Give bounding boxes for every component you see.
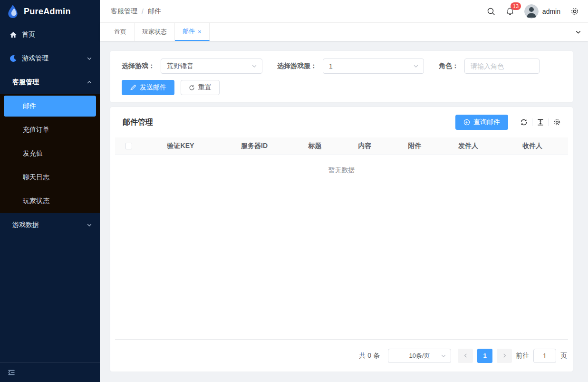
game-select[interactable]: 荒野锤音: [161, 59, 262, 74]
empty-state-text: 暂无数据: [115, 155, 568, 186]
sidebar-item-player-status[interactable]: 玩家状态: [0, 189, 100, 213]
mail-table-card: 邮件管理 查询邮件: [110, 107, 573, 372]
send-mail-button-label: 发送邮件: [140, 83, 166, 92]
page-size-select[interactable]: 10条/页: [388, 349, 451, 363]
sidebar-item-customer-service[interactable]: 客服管理: [0, 70, 100, 94]
page-content: 选择游戏： 荒野锤音 选择游戏服： 1: [100, 41, 588, 382]
role-input[interactable]: [464, 59, 540, 74]
sidebar-item-label: 邮件: [23, 102, 36, 110]
game-select-label: 选择游戏：: [122, 62, 155, 70]
card-title: 邮件管理: [123, 118, 153, 127]
breadcrumb-item[interactable]: 客服管理: [111, 7, 137, 16]
game-select-field: 选择游戏： 荒野锤音: [122, 59, 262, 74]
game-icon: [10, 55, 17, 62]
circle-plus-icon: [463, 119, 470, 126]
server-select-field: 选择游戏服： 1: [277, 59, 424, 74]
breadcrumb: 客服管理 / 邮件: [111, 7, 161, 16]
role-field: 角色：: [439, 59, 540, 74]
tab-home[interactable]: 首页: [106, 23, 135, 41]
column-header: 验证KEY: [143, 142, 219, 150]
chevron-down-icon: [87, 222, 92, 228]
tab-label: 邮件: [183, 27, 195, 36]
prev-page-button[interactable]: [458, 349, 473, 363]
sidebar-item-label: 游戏数据: [12, 221, 82, 229]
column-header: 附件: [390, 142, 440, 150]
chevron-down-icon: [87, 56, 92, 61]
column-settings-gear-icon[interactable]: [549, 118, 565, 126]
sidebar-item-game-management[interactable]: 游戏管理: [0, 47, 100, 70]
send-mail-button[interactable]: 发送邮件: [122, 80, 174, 95]
chevron-down-icon: [413, 63, 419, 69]
sidebar-item-label: 聊天日志: [23, 173, 49, 182]
sidebar: PureAdmin 首页 游戏管理 客服管理 邮件: [0, 0, 100, 382]
sidebar-item-label: 充值订单: [23, 126, 49, 134]
close-icon[interactable]: ×: [198, 28, 202, 35]
reset-button[interactable]: 重置: [181, 80, 220, 95]
customer-service-submenu: 邮件 充值订单 发充值 聊天日志 玩家状态: [0, 94, 100, 213]
settings-gear-icon[interactable]: [565, 0, 584, 23]
sidebar-menu: 首页 游戏管理 客服管理 邮件 充值订单 发充值: [0, 23, 100, 362]
breadcrumb-item: 邮件: [148, 7, 161, 16]
chevron-down-icon: [441, 353, 446, 359]
sidebar-item-game-data[interactable]: 游戏数据: [0, 213, 100, 237]
pagination-total: 共 0 条: [359, 352, 380, 360]
tab-label: 首页: [114, 28, 126, 36]
tab-player-status[interactable]: 玩家状态: [135, 23, 175, 41]
pagination: 共 0 条 10条/页 1: [115, 339, 568, 372]
server-select[interactable]: 1: [323, 59, 424, 74]
query-mail-button-label: 查询邮件: [473, 118, 500, 127]
sidebar-item-send-recharge[interactable]: 发充值: [0, 142, 100, 166]
tabs-menu-chevron-down-icon[interactable]: [568, 23, 588, 41]
next-page-button[interactable]: [497, 349, 512, 363]
topbar: 客服管理 / 邮件 13 admin: [100, 0, 588, 23]
card-header: 邮件管理 查询邮件: [115, 115, 568, 130]
goto-page-input[interactable]: [533, 349, 556, 363]
game-select-value: 荒野锤音: [167, 62, 193, 70]
role-label: 角色：: [439, 62, 459, 70]
refresh-icon: [189, 85, 195, 91]
sidebar-item-label: 客服管理: [12, 78, 82, 87]
arrow-left-icon: [463, 353, 468, 358]
sidebar-item-recharge-orders[interactable]: 充值订单: [0, 118, 100, 142]
chevron-down-icon: [251, 63, 257, 69]
sidebar-item-home[interactable]: 首页: [0, 23, 100, 47]
logo[interactable]: PureAdmin: [0, 0, 100, 23]
tabs-bar: 首页 玩家状态 邮件 ×: [100, 23, 588, 41]
sidebar-item-label: 玩家状态: [23, 197, 49, 206]
sidebar-footer: [0, 362, 100, 382]
sidebar-item-label: 首页: [22, 30, 92, 39]
select-all-checkbox[interactable]: [125, 143, 132, 149]
density-icon[interactable]: [532, 118, 549, 126]
droplet-logo-icon: [7, 4, 19, 19]
sidebar-item-chat-logs[interactable]: 聊天日志: [0, 166, 100, 189]
table-toolbar: 查询邮件: [455, 115, 565, 130]
main-area: 客服管理 / 邮件 13 admin: [100, 0, 588, 382]
tab-mail[interactable]: 邮件 ×: [175, 23, 210, 41]
query-mail-button[interactable]: 查询邮件: [455, 115, 508, 130]
search-icon[interactable]: [482, 0, 501, 23]
sidebar-item-label: 游戏管理: [22, 54, 82, 63]
refresh-table-icon[interactable]: [516, 118, 532, 126]
column-header: 内容: [340, 142, 390, 150]
server-select-label: 选择游戏服：: [277, 62, 317, 70]
topbar-right: 13 admin: [482, 0, 584, 23]
home-icon: [10, 31, 17, 39]
notifications-button[interactable]: 13: [501, 0, 520, 23]
sidebar-item-mail[interactable]: 邮件: [4, 96, 96, 117]
column-header: 标题: [290, 142, 340, 150]
edit-pen-icon: [130, 84, 136, 91]
page-unit-label: 页: [560, 352, 567, 360]
breadcrumb-separator: /: [142, 8, 144, 15]
column-header: 服务器ID: [219, 142, 290, 150]
user-menu[interactable]: admin: [520, 4, 565, 19]
goto-label: 前往: [516, 352, 529, 360]
notification-badge: 13: [511, 2, 521, 10]
page-number-button[interactable]: 1: [477, 349, 492, 363]
avatar: [524, 4, 539, 19]
menu-fold-icon[interactable]: [7, 368, 16, 377]
chevron-up-icon: [87, 79, 92, 85]
page-size-value: 10条/页: [409, 352, 430, 360]
table-header-row: 验证KEY 服务器ID 标题 内容 附件 发件人 收件人: [115, 137, 568, 155]
arrow-right-icon: [502, 353, 507, 358]
select-all-cell: [115, 143, 143, 149]
